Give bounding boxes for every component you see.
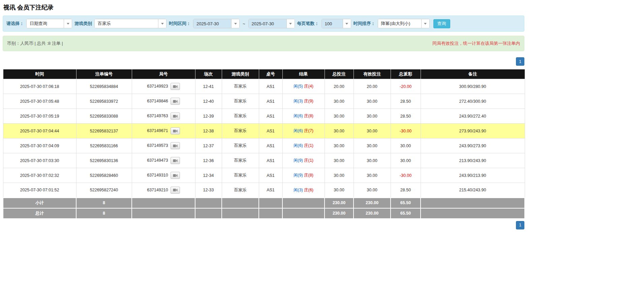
per-page-select[interactable]: 100 (321, 19, 351, 28)
cell-total-bet[interactable]: 30.00 (325, 94, 354, 109)
cell-result: 闲(9) 庄(8) (282, 168, 325, 183)
video-replay-button[interactable] (171, 172, 180, 179)
cell-payout: -30.00 (391, 168, 421, 183)
round-id-text: 637149210 (147, 188, 168, 192)
chevron-down-icon[interactable] (343, 19, 351, 28)
summary-valid-bet: 230.00 (354, 208, 391, 219)
video-replay-button[interactable] (171, 157, 180, 164)
round-id-text: 637149310 (147, 173, 168, 178)
filter-label-game: 游戏类别 (74, 21, 92, 27)
chevron-down-icon[interactable] (158, 19, 166, 28)
range-separator: ~ (242, 21, 246, 26)
cell-result: 闲(5) 庄(4) (282, 79, 325, 94)
table-row: 2025-07-30 07:02:32522695828460637149310… (3, 168, 525, 183)
cell-bet-id: 522695834884 (76, 79, 132, 94)
video-replay-button[interactable] (171, 98, 180, 105)
cell-remark: 213.90/243.90 (421, 153, 525, 168)
result-banker: 庄(8) (304, 114, 313, 118)
video-replay-button[interactable] (171, 113, 180, 120)
video-replay-button[interactable] (171, 127, 180, 134)
chevron-down-icon[interactable] (231, 19, 239, 28)
cell-payout: -20.00 (391, 79, 421, 94)
cell-time: 2025-07-30 07:02:32 (3, 168, 76, 183)
cell-table-no: AS1 (259, 183, 282, 198)
filter-bar: 请选择： 日期查询 游戏类别 百家乐 时间区间： 2025-07-30 ~ 20… (3, 15, 524, 32)
cell-bet-id: 522695833088 (76, 109, 132, 124)
cell-remark: 273.90/243.90 (421, 124, 525, 138)
round-id-text: 637149671 (147, 128, 168, 133)
cell-total-bet[interactable]: 30.00 (325, 153, 354, 168)
date-from-select[interactable]: 2025-07-30 (193, 19, 240, 28)
cell-session: 12-41 (195, 79, 222, 94)
cell-payout: 28.50 (391, 109, 421, 124)
cell-session: 12-36 (195, 153, 222, 168)
cell-valid-bet: 30.00 (354, 138, 391, 153)
cell-time: 2025-07-30 07:04:09 (3, 138, 76, 153)
video-replay-button[interactable] (171, 142, 180, 149)
result-banker: 庄(6) (304, 188, 313, 192)
game-type-value: 百家乐 (95, 19, 158, 28)
cell-result: 闲(6) 庄(1) (282, 138, 325, 153)
page-1-button[interactable]: 1 (516, 57, 524, 66)
table-summary-row: 小计8230.00230.0065.50 (3, 198, 525, 208)
cell-game-type: 百家乐 (222, 94, 259, 109)
chevron-down-icon[interactable] (286, 19, 295, 28)
cell-remark: 300.90/280.90 (421, 79, 525, 94)
cell-bet-id: 522695828460 (76, 168, 132, 183)
cell-remark: 243.90/213.90 (421, 168, 525, 183)
video-replay-button[interactable] (171, 83, 180, 90)
cell-round-id: 637149473 (132, 153, 195, 168)
notice-text: 同局有效投注，统一计算在该局第一张注单内 (432, 40, 520, 46)
cell-table-no: AS1 (259, 153, 282, 168)
cell-payout: 28.50 (391, 183, 421, 198)
summary-empty (259, 198, 282, 208)
summary-empty (222, 208, 259, 219)
cell-total-bet[interactable]: 30.00 (325, 168, 354, 183)
sort-order-select[interactable]: 降冪(由大到小) (378, 19, 430, 28)
table-row: 2025-07-30 07:04:09522695831166637149573… (3, 138, 525, 153)
currency-summary-text: 币别：人民币 | 总共 :8 注单 | (7, 40, 63, 46)
pagination-bottom: 1 (3, 221, 524, 229)
cell-time: 2025-07-30 07:03:30 (3, 153, 76, 168)
cell-total-bet[interactable]: 30.00 (325, 183, 354, 198)
cell-total-bet[interactable]: 30.00 (325, 109, 354, 124)
query-type-select[interactable]: 日期查询 (26, 19, 72, 28)
cell-table-no: AS1 (259, 168, 282, 183)
query-type-value: 日期查询 (27, 19, 64, 28)
video-replay-button[interactable] (171, 187, 180, 194)
summary-bar: 币别：人民币 | 总共 :8 注单 | 同局有效投注，统一计算在该局第一张注单内 (3, 36, 524, 51)
cell-total-bet[interactable]: 20.00 (325, 79, 354, 94)
cell-total-bet[interactable]: 30.00 (325, 124, 354, 138)
summary-empty (132, 198, 195, 208)
cell-total-bet[interactable]: 30.00 (325, 138, 354, 153)
cell-bet-id: 522695830136 (76, 153, 132, 168)
header-session: 场次 (195, 69, 222, 79)
chevron-down-icon[interactable] (421, 19, 429, 28)
table-row: 2025-07-30 07:03:30522695830136637149473… (3, 153, 525, 168)
page-1-button[interactable]: 1 (516, 221, 524, 229)
cell-table-no: AS1 (259, 94, 282, 109)
cell-result: 闲(6) 庄(7) (282, 124, 325, 138)
cell-remark: 243.90/273.90 (421, 138, 525, 153)
header-round-id: 局号 (132, 69, 195, 79)
cell-remark: 215.40/243.90 (421, 183, 525, 198)
search-button[interactable]: 查询 (433, 19, 450, 28)
cell-game-type: 百家乐 (222, 153, 259, 168)
date-from-value: 2025-07-30 (193, 19, 231, 28)
cell-round-id: 637149763 (132, 109, 195, 124)
chevron-down-icon[interactable] (64, 19, 72, 28)
summary-count: 8 (76, 198, 132, 208)
cell-result: 闲(9) 庄(1) (282, 153, 325, 168)
video-camera-icon (173, 174, 178, 178)
header-payout: 总派彩 (391, 69, 421, 79)
betting-records-table: 时间 注单编号 局号 场次 游戏类别 桌号 结果 总投注 有效投注 总派彩 备注… (3, 69, 525, 219)
cell-remark: 272.40/300.90 (421, 94, 525, 109)
cell-game-type: 百家乐 (222, 124, 259, 138)
game-type-select[interactable]: 百家乐 (94, 19, 166, 28)
summary-empty (132, 208, 195, 219)
result-player: 闲(6) (294, 128, 303, 133)
summary-empty (421, 198, 525, 208)
result-banker: 庄(7) (304, 128, 313, 133)
date-to-select[interactable]: 2025-07-30 (248, 19, 295, 28)
filter-label-range: 时间区间： (169, 21, 191, 27)
